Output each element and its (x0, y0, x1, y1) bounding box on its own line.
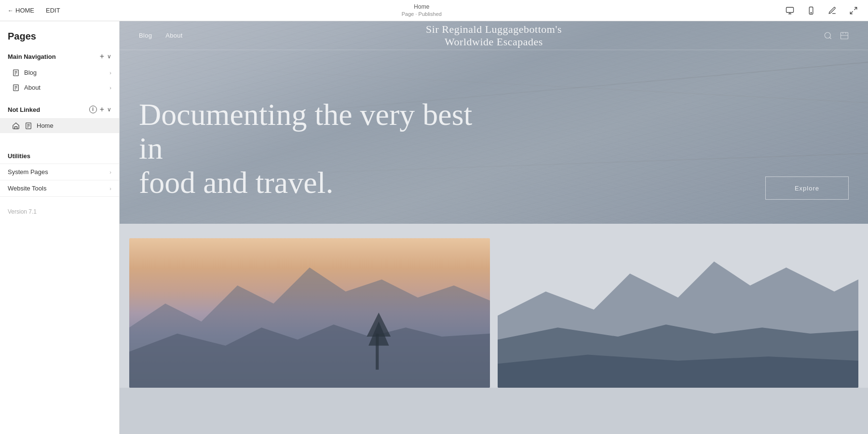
not-linked-chevron-icon[interactable]: ∨ (107, 106, 111, 113)
svg-rect-17 (841, 32, 848, 39)
top-bar-right (783, 4, 860, 17)
about-label: About (24, 84, 106, 91)
version-text: Version 7.1 (0, 201, 119, 223)
blog-chevron-icon: › (109, 70, 111, 76)
about-chevron-icon: › (109, 85, 111, 91)
site-title-line1: Sir Reginald Luggagebottom's (426, 23, 562, 36)
main-navigation-section-header: Main Navigation + ∨ (0, 48, 119, 65)
top-bar: ← HOME EDIT Home Page · Published (0, 0, 868, 21)
system-pages-chevron-icon: › (109, 169, 111, 175)
images-row (120, 224, 868, 388)
hero-cta-label: Explore (795, 185, 819, 192)
back-label: HOME (15, 7, 34, 14)
not-linked-actions: i + ∨ (89, 105, 111, 114)
preview-area: Blog About Sir Reginald Luggagebottom's … (120, 21, 868, 434)
top-bar-center: Home Page · Published (402, 3, 442, 18)
website-tools-label: Website Tools (8, 185, 109, 192)
home-file-icon (24, 122, 33, 129)
blog-label: Blog (24, 69, 106, 76)
main-navigation-label: Main Navigation (8, 53, 96, 60)
desktop-view-button[interactable] (783, 4, 797, 17)
sidebar-item-about[interactable]: About › (0, 80, 119, 95)
add-page-button[interactable]: + (99, 52, 105, 61)
home-label: Home (37, 122, 111, 129)
blog-file-icon (12, 69, 20, 76)
main-layout: Pages Main Navigation + ∨ Blog › About › (0, 21, 868, 434)
top-bar-left: ← HOME EDIT (8, 7, 60, 14)
website-tools-chevron-icon: › (109, 186, 111, 191)
edit-mode-button[interactable] (826, 4, 839, 17)
svg-point-2 (811, 12, 812, 13)
nav-link-about[interactable]: About (165, 32, 182, 39)
not-linked-info-icon[interactable]: i (89, 106, 97, 113)
site-title-line2: Worldwide Escapades (426, 36, 562, 48)
website-tools-item[interactable]: Website Tools › (0, 180, 119, 197)
sunset-image (129, 238, 490, 388)
nav-icons (824, 31, 849, 40)
back-button[interactable]: ← HOME (8, 7, 34, 14)
sunset-mountains-svg (129, 238, 490, 388)
hero-headline-line1: Documenting the very best in (139, 97, 472, 165)
svg-point-16 (825, 32, 830, 38)
hero-content: Documenting the very best in food and tr… (139, 98, 849, 200)
system-pages-item[interactable]: System Pages › (0, 163, 119, 180)
cart-nav-icon[interactable] (840, 31, 849, 40)
about-file-icon (12, 84, 20, 91)
edit-label: EDIT (46, 7, 60, 14)
utilities-label: Utilities (0, 150, 119, 163)
hero-headline-line2: food and travel. (139, 165, 333, 200)
home-active-icon (12, 122, 20, 129)
sidebar-item-blog[interactable]: Blog › (0, 65, 119, 80)
system-pages-label: System Pages (8, 168, 109, 176)
add-not-linked-button[interactable]: + (99, 105, 105, 114)
page-status: Page · Published (402, 11, 442, 17)
hero-cta-button[interactable]: Explore (765, 176, 849, 200)
not-linked-section-header: Not Linked i + ∨ (0, 101, 119, 118)
nav-link-blog[interactable]: Blog (139, 32, 152, 39)
main-navigation-chevron-icon[interactable]: ∨ (107, 53, 111, 60)
not-linked-label: Not Linked (8, 106, 86, 113)
sidebar-item-home[interactable]: Home (0, 118, 119, 133)
hero-headline: Documenting the very best in food and tr… (139, 98, 496, 200)
mountains-svg (498, 238, 858, 388)
expand-button[interactable] (847, 4, 860, 17)
mountains-image (498, 238, 858, 388)
utilities-section: Utilities System Pages › Website Tools › (0, 143, 119, 201)
svg-rect-0 (786, 7, 793, 13)
sidebar: Pages Main Navigation + ∨ Blog › About › (0, 21, 120, 434)
search-nav-icon[interactable] (824, 31, 832, 40)
website-nav: Blog About Sir Reginald Luggagebottom's … (120, 21, 868, 50)
pages-header: Pages (0, 21, 119, 48)
nav-links: Blog About (139, 32, 183, 39)
hero-section: Blog About Sir Reginald Luggagebottom's … (120, 21, 868, 224)
page-title-top: Home (414, 3, 429, 11)
back-arrow-icon: ← (8, 7, 14, 14)
main-navigation-actions: + ∨ (99, 52, 111, 61)
site-title: Sir Reginald Luggagebottom's Worldwide E… (426, 23, 562, 48)
mobile-view-button[interactable] (804, 4, 818, 17)
website-preview: Blog About Sir Reginald Luggagebottom's … (120, 21, 868, 434)
